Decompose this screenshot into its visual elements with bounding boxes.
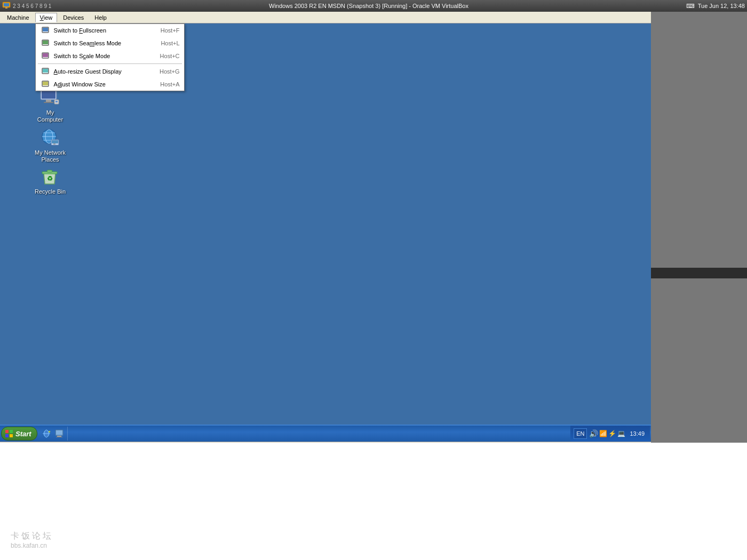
fullscreen-icon — [40, 26, 51, 35]
menu-seamless[interactable]: Switch to Seamless Mode Host+L — [36, 37, 184, 50]
svg-rect-2 — [5, 7, 7, 9]
menu-view-container: View Switch to Fullscreen Host+F — [35, 13, 58, 22]
tray-icon-3[interactable]: ⚡ — [608, 430, 616, 437]
svg-rect-6 — [43, 41, 48, 44]
svg-rect-39 — [10, 434, 13, 437]
svg-rect-36 — [5, 430, 9, 433]
svg-rect-1 — [4, 3, 9, 6]
start-button[interactable]: Start — [1, 427, 37, 441]
menu-machine[interactable]: Machine — [2, 13, 34, 22]
my-computer-label: My Computer — [33, 109, 67, 123]
show-desktop-icon[interactable] — [53, 428, 65, 439]
menu-autoresize[interactable]: Auto-resize Guest Display Host+G — [36, 65, 184, 78]
vbox-window: Machine View Switch to Fullscreen Host+F — [0, 12, 651, 454]
watermark-line2: bbs.kafan.cn — [11, 542, 53, 549]
language-label: EN — [576, 430, 584, 437]
topbar-numbers: 2 3 4 5 6 7 8 9 1 — [13, 3, 51, 9]
recycle-bin-label: Recycle Bin — [35, 188, 66, 195]
svg-rect-46 — [57, 436, 61, 437]
svg-rect-12 — [43, 82, 48, 85]
svg-rect-45 — [56, 430, 62, 435]
tray-icon-2[interactable]: 📶 — [599, 430, 607, 437]
menu-fullscreen[interactable]: Switch to Fullscreen Host+F — [36, 24, 184, 37]
menu-adjustwindow[interactable]: Adjust Window Size Host+A — [36, 78, 184, 91]
vbox-menubar: Machine View Switch to Fullscreen Host+F — [0, 12, 651, 23]
menu-machine-container: Machine — [2, 13, 34, 22]
language-indicator[interactable]: EN — [574, 428, 587, 439]
host-topbar: 2 3 4 5 6 7 8 9 1 Windows 2003 R2 EN MSD… — [0, 0, 747, 12]
svg-rect-32 — [53, 143, 55, 145]
host-topbar-left: 2 3 4 5 6 7 8 9 1 — [2, 1, 51, 11]
keyboard-icon: ⌨ — [686, 3, 695, 10]
svg-rect-10 — [43, 69, 48, 73]
view-dropdown: Switch to Fullscreen Host+F Switch to Se… — [35, 23, 185, 91]
svg-rect-22 — [44, 102, 53, 103]
svg-rect-34 — [47, 170, 52, 172]
watermark-line1: 卡饭论坛 — [11, 531, 53, 542]
my-network-places-icon — [39, 127, 61, 148]
menu-separator-1 — [38, 63, 182, 64]
desktop-icon-my-network-places[interactable]: My Network Places — [31, 125, 69, 165]
tray-icon-1[interactable]: 🔊 — [589, 429, 598, 438]
svg-rect-24 — [55, 101, 58, 102]
ie-icon[interactable]: e — [41, 428, 52, 439]
menu-scale[interactable]: Switch to Scale Mode Host+C — [36, 50, 184, 62]
menu-devices[interactable]: Devices — [58, 13, 89, 22]
watermark: 卡饭论坛 bbs.kafan.cn — [11, 531, 53, 549]
recycle-bin-icon: ♻ — [39, 166, 61, 187]
scale-icon — [40, 52, 51, 60]
windows-logo-icon — [5, 429, 13, 438]
host-right-panel — [651, 12, 747, 453]
taskbar-clock[interactable]: 13:49 — [627, 430, 647, 437]
svg-rect-31 — [52, 140, 58, 143]
vm-icon — [2, 1, 11, 11]
host-bottom-area: 卡饭论坛 bbs.kafan.cn — [0, 443, 747, 560]
menu-view[interactable]: View — [35, 13, 58, 22]
svg-rect-20 — [42, 90, 55, 99]
svg-rect-8 — [43, 53, 48, 57]
svg-rect-38 — [5, 434, 9, 437]
my-network-places-label: My Network Places — [33, 149, 67, 163]
topbar-time: Tue Jun 12, 13:48 — [698, 3, 745, 9]
quick-launch: e — [38, 427, 68, 441]
svg-rect-47 — [56, 437, 62, 437]
topbar-title: Windows 2003 R2 EN MSDN (Snapshot 3) [Ru… — [269, 3, 468, 9]
svg-rect-37 — [10, 430, 13, 433]
desktop-icon-recycle-bin[interactable]: ♻ Recycle Bin — [31, 164, 69, 197]
svg-text:e: e — [49, 430, 51, 433]
menu-help[interactable]: Help — [90, 13, 112, 22]
svg-rect-4 — [43, 28, 48, 31]
menu-devices-container: Devices — [58, 13, 89, 22]
seamless-icon — [40, 39, 51, 47]
topbar-right: ⌨ Tue Jun 12, 13:48 — [686, 3, 745, 10]
start-label: Start — [15, 430, 31, 438]
tray-icon-4[interactable]: 💻 — [617, 430, 625, 437]
taskbar-right: EN 🔊 📶 ⚡ 💻 13:49 — [570, 426, 650, 442]
autoresize-icon — [40, 67, 51, 76]
svg-text:♻: ♻ — [47, 175, 53, 182]
menu-help-container: Help — [90, 13, 112, 22]
taskbar: Start e — [0, 425, 651, 442]
system-tray: 🔊 📶 ⚡ 💻 — [589, 429, 625, 438]
svg-rect-21 — [46, 100, 51, 102]
adjustwindow-icon — [40, 80, 51, 89]
